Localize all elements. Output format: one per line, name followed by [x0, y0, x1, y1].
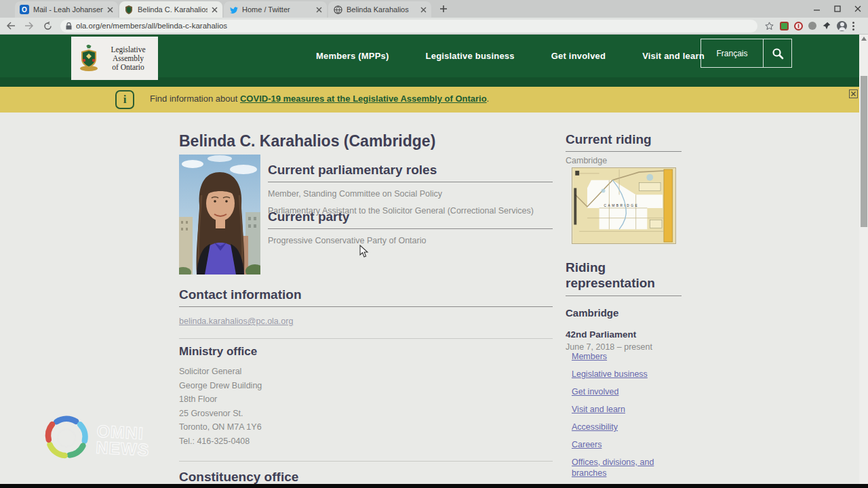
- close-icon[interactable]: [107, 7, 113, 13]
- party-name: Progressive Conservative Party of Ontari…: [268, 235, 553, 246]
- contact-section: Contact information belinda.karahalios@p…: [179, 287, 553, 327]
- scroll-up-arrow-icon[interactable]: [861, 37, 867, 41]
- representation-heading: Riding representation: [566, 260, 682, 296]
- extension-icon[interactable]: [794, 22, 803, 30]
- party-heading: Current party: [268, 209, 553, 229]
- tab-title: Home / Twitter: [242, 5, 312, 14]
- tab-title: Mail - Leah Johansen - Outlook: [33, 5, 103, 14]
- browser-tab-bar: O Mail - Leah Johansen - Outlook Belinda…: [0, 0, 868, 18]
- banner-prefix: Find information about: [150, 94, 240, 104]
- address-line: 25 Grosvenor St.: [179, 407, 262, 421]
- page-scrollbar[interactable]: [859, 35, 868, 484]
- role-line: Member, Standing Committee on Social Pol…: [268, 188, 553, 199]
- screen: O Mail - Leah Johansen - Outlook Belinda…: [0, 0, 868, 488]
- page-title: Belinda C. Karahalios (Cambridge): [179, 132, 435, 150]
- back-button[interactable]: [3, 18, 18, 33]
- ministry-heading: Ministry office: [179, 345, 257, 359]
- site-header: Legislative Assembly of Ontario Members …: [0, 35, 859, 87]
- sidebar-link-visit-and-learn[interactable]: Visit and learn: [572, 404, 680, 415]
- parliament-dates: June 7, 2018 – present: [566, 342, 682, 352]
- letterbox-bar: [0, 484, 868, 488]
- nav-get-involved[interactable]: Get involved: [551, 51, 606, 61]
- divider: [179, 338, 553, 339]
- sidebar-link-get-involved[interactable]: Get involved: [572, 386, 680, 397]
- ola-logo[interactable]: Legislative Assembly of Ontario: [71, 37, 158, 80]
- tab-title: Belinda C. Karahalios | Legislativ: [138, 5, 208, 14]
- browser-menu-icon[interactable]: [852, 22, 854, 30]
- representation-riding: Cambridge: [566, 307, 682, 319]
- window-controls: [807, 0, 868, 18]
- address-bar[interactable]: ola.org/en/members/all/belinda-c-karahal…: [60, 20, 757, 33]
- contact-heading: Contact information: [179, 287, 553, 307]
- address-line: George Drew Building: [179, 379, 262, 393]
- close-window-button[interactable]: [848, 0, 868, 18]
- search-button[interactable]: [764, 39, 791, 67]
- tab-title: Belinda Karahalios: [347, 5, 416, 14]
- covid-banner: i Find information about COVID-19 measur…: [0, 87, 859, 113]
- tab-outlook[interactable]: O Mail - Leah Johansen - Outlook: [15, 1, 118, 18]
- refresh-icon[interactable]: [40, 18, 55, 33]
- mouse-cursor: [359, 245, 370, 258]
- browser-toolbar: ola.org/en/members/all/belinda-c-karahal…: [0, 18, 868, 35]
- extension-icon[interactable]: [780, 22, 789, 30]
- sidebar-link-accessibility[interactable]: Accessibility: [572, 422, 680, 432]
- new-tab-button[interactable]: [437, 2, 450, 16]
- outlook-icon: O: [20, 5, 29, 14]
- forward-button[interactable]: [22, 18, 37, 33]
- tab-twitter[interactable]: Home / Twitter: [224, 1, 327, 18]
- email-link[interactable]: belinda.karahalios@pc.ola.org: [179, 317, 293, 326]
- crest-icon: [124, 5, 134, 14]
- maximize-button[interactable]: [827, 0, 848, 18]
- sidebar-link-legislative-business[interactable]: Legislative business: [572, 369, 680, 380]
- roles-heading: Current parliamentary roles: [268, 163, 553, 182]
- bookmark-star-icon[interactable]: [764, 21, 774, 31]
- close-icon[interactable]: [420, 7, 427, 13]
- language-search-group: Français: [701, 39, 792, 68]
- nav-visit-and-learn[interactable]: Visit and learn: [642, 51, 705, 61]
- divider: [179, 461, 553, 462]
- sidebar-link-offices[interactable]: Offices, divisions, and branches: [572, 457, 680, 479]
- banner-suffix: .: [487, 94, 490, 104]
- banner-message: Find information about COVID-19 measures…: [150, 94, 489, 104]
- tab-belinda[interactable]: Belinda Karahalios: [328, 1, 431, 18]
- close-icon[interactable]: [316, 7, 322, 13]
- scrollbar-thumb[interactable]: [861, 76, 867, 227]
- omni-logo-icon: [41, 411, 92, 463]
- francais-button[interactable]: Français: [701, 39, 764, 67]
- extension-icon[interactable]: [808, 22, 816, 30]
- ministry-address: Solicitor General George Drew Building 1…: [179, 365, 262, 449]
- pin-extension-icon[interactable]: [822, 21, 831, 30]
- riding-representation-section: Riding representation Cambridge 42nd Par…: [566, 260, 682, 352]
- address-line: 18th Floor: [179, 392, 262, 407]
- current-party-section: Current party Progressive Conservative P…: [268, 209, 553, 246]
- logo-wordmark: Legislative Assembly of Ontario: [104, 45, 153, 72]
- address-line: Tel.: 416-325-0408: [179, 434, 262, 449]
- sidebar-links: Members Legislative business Get involve…: [572, 351, 680, 485]
- minimize-button[interactable]: [807, 0, 827, 18]
- map-label: CAMBRIDGE: [604, 204, 639, 207]
- member-photo: [179, 155, 260, 274]
- sidebar-link-members[interactable]: Members: [572, 351, 680, 362]
- close-icon: [851, 92, 856, 96]
- url-text: ola.org/en/members/all/belinda-c-karahal…: [76, 22, 227, 30]
- info-icon: i: [115, 90, 134, 109]
- address-line: Toronto, ON M7A 1Y6: [179, 420, 262, 434]
- parliament-label: 42nd Parliament: [566, 329, 682, 340]
- ontario-crest-icon: [78, 44, 100, 73]
- search-icon: [772, 47, 784, 60]
- address-line: Solicitor General: [179, 365, 262, 379]
- close-icon[interactable]: [212, 7, 218, 13]
- riding-map[interactable]: CAMBRIDGE: [572, 167, 676, 244]
- tab-ola-member[interactable]: Belinda C. Karahalios | Legislativ: [119, 1, 222, 18]
- nav-members[interactable]: Members (MPPs): [316, 51, 389, 61]
- current-riding-section: Current riding Cambridge: [566, 132, 682, 165]
- banner-close-button[interactable]: [849, 89, 858, 98]
- parliamentary-roles-section: Current parliamentary roles Member, Stan…: [268, 163, 553, 216]
- riding-heading: Current riding: [566, 132, 682, 152]
- globe-icon: [333, 5, 342, 14]
- covid-link[interactable]: COVID-19 measures at the Legislative Ass…: [240, 94, 487, 104]
- nav-legislative-business[interactable]: Legislative business: [426, 51, 515, 61]
- profile-avatar-icon[interactable]: [837, 21, 847, 31]
- sidebar-link-careers[interactable]: Careers: [572, 439, 680, 450]
- toolbar-icons: [764, 21, 854, 31]
